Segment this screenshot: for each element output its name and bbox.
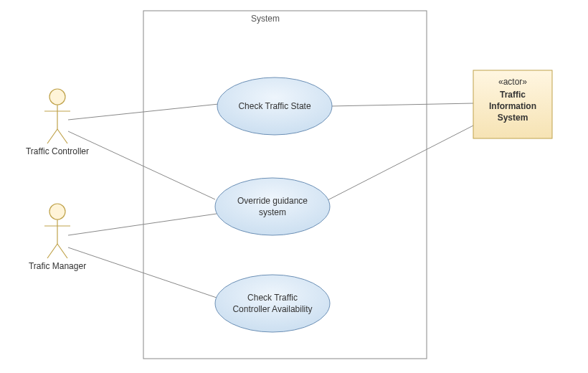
svg-point-1	[49, 89, 65, 105]
usecase-check-traffic-state: Check Traffic State	[217, 77, 332, 135]
assoc-manager-uc3	[68, 247, 217, 298]
system-title: System	[251, 14, 280, 24]
assoc-manager-uc2	[68, 214, 217, 235]
actor-traffic-controller: Traffic Controller	[26, 89, 89, 156]
assoc-ext-uc1	[331, 103, 473, 106]
svg-line-5	[57, 129, 67, 143]
usecase-override-guidance-label2: system	[259, 207, 286, 217]
ext-actor-line1: Traffic	[500, 90, 526, 100]
usecase-check-traffic-state-label: Check Traffic State	[238, 101, 310, 111]
svg-line-9	[47, 244, 57, 258]
actor-traffic-controller-label: Traffic Controller	[26, 146, 89, 156]
svg-line-10	[57, 244, 67, 258]
actor-traffic-manager-label: Trafic Manager	[29, 261, 86, 271]
svg-point-6	[49, 204, 65, 219]
assoc-controller-uc2	[68, 131, 215, 199]
ext-actor-line2: Information	[489, 101, 536, 111]
ext-actor-stereotype: «actor»	[498, 77, 527, 87]
ext-actor-line3: System	[498, 113, 528, 123]
actor-traffic-info-system: «actor» Traffic Information System	[473, 70, 552, 138]
svg-point-13	[215, 178, 330, 235]
actor-traffic-manager: Trafic Manager	[29, 204, 86, 271]
svg-point-14	[215, 275, 330, 332]
svg-line-4	[47, 129, 57, 143]
usecase-override-guidance: Override guidance system	[215, 178, 330, 235]
usecase-check-controller-availability: Check Traffic Controller Availability	[215, 275, 330, 332]
usecase-check-controller-availability-label2: Controller Availability	[232, 304, 312, 314]
use-case-diagram: System Traffic Controller Trafic Manager…	[0, 0, 588, 373]
usecase-check-controller-availability-label1: Check Traffic	[247, 293, 298, 303]
assoc-ext-uc2	[323, 126, 473, 202]
usecase-override-guidance-label1: Override guidance	[237, 196, 308, 206]
